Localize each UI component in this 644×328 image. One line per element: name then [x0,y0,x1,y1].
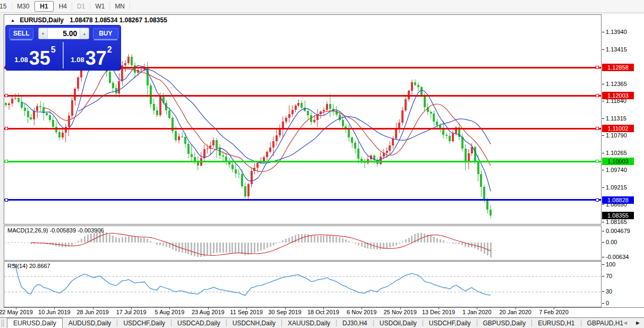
level-line-1.12003[interactable] [4,95,601,97]
timeframe-button-m15[interactable]: M15 [0,1,12,12]
price-axis-tick [602,187,604,188]
date-axis-tick [246,307,247,309]
chart-tab-eurusd-daily[interactable]: EURUSD,Daily [7,318,63,328]
chart-tab-usdoil-daily[interactable]: USDOil,Daily [374,318,423,328]
date-axis-label: 23 Aug 2019 [187,309,229,315]
price-axis-label: 1.09740 [606,167,627,173]
level-line-handle[interactable] [596,198,599,202]
price-tag: 1.08828 [602,196,634,204]
rsi-axis-label: 100 [606,261,615,267]
level-line-handle[interactable] [5,94,8,97]
sell-button[interactable]: SELL [9,28,33,39]
buy-button[interactable]: BUY [93,28,118,39]
level-line-handle[interactable] [596,94,599,97]
volume-spinner: ▼ 5.00 ▲ [38,28,89,39]
date-axis-label: 5 Aug 2019 [148,309,191,315]
date-axis-label: 10 Jun 2019 [33,309,75,315]
tabbar-gripper[interactable] [2,320,4,327]
date-axis-tick [477,307,477,309]
level-line-handle[interactable] [596,127,599,130]
buy-price-sup: 2 [107,45,112,55]
chart-tab-audusd-daily[interactable]: AUDUSD,Daily [63,318,117,328]
chart-tab-usdcnh-daily[interactable]: USDCNH,Daily [227,318,281,328]
price-axis-label: 1.10790 [606,132,627,139]
chart-tab-xauusd-daily[interactable]: XAUUSD,Daily [282,318,336,328]
macd-axis-label: 0.00 [606,239,617,245]
rsi-axis-tick [602,276,604,277]
price-tag: 1.11002 [602,125,634,132]
level-line-1.08828[interactable] [4,199,601,201]
level-line-handle[interactable] [5,198,8,202]
quote-divider [63,42,64,68]
date-axis-tick [400,307,401,309]
one-click-trading-panel: SELL ▼ 5.00 ▲ BUY 1.08355 1.08372 [5,25,121,71]
date-axis-tick [169,307,170,309]
level-line-handle[interactable] [5,160,8,163]
date-axis-label: 7 Feb 2020 [533,309,575,315]
tab-scroll-right-icon[interactable]: ► [635,320,641,326]
price-axis-label: 1.09215 [606,184,627,191]
price-axis-tick [602,135,604,136]
chart-tab-dj30-h4[interactable]: DJ30,H4 [337,318,373,328]
timeframe-button-mn[interactable]: MN [110,1,130,12]
tab-scroll-left-icon[interactable]: ◄ [622,320,628,326]
volume-input[interactable]: 5.00 [48,28,80,39]
moving-average-24 [78,70,491,163]
chart-tab-usdchf-daily[interactable]: USDCHF,Daily [423,318,477,328]
price-tag: 1.12858 [602,64,634,71]
timeframe-button-h1[interactable]: H1 [35,1,53,12]
timeframe-toolbar: M15M30H1H4D1W1MN [0,0,644,13]
chart-tab-usdchf-daily[interactable]: USDCHF,Daily [117,318,171,328]
date-axis-tick [362,307,362,309]
sell-quote-button[interactable]: 1.08355 [8,41,62,70]
date-axis-label: 6 Nov 2019 [340,309,383,315]
date-axis-tick [16,307,16,309]
date-axis-label: 30 Sep 2019 [264,309,306,315]
buy-quote-button[interactable]: 1.08372 [64,41,118,70]
price-axis-tick [602,222,604,222]
toolbar-divider [130,2,130,10]
timeframe-button-d1[interactable]: D1 [72,1,90,12]
rsi-axis-label: 0 [606,300,609,306]
rsi-axis-tick [602,303,604,304]
chart-tabs: EURUSD,DailyAUDUSD,DailyUSDCHF,DailyUSDC… [7,318,629,328]
price-axis-tick [602,101,604,101]
level-line-1.10003[interactable] [4,161,601,162]
date-axis-label: 22 May 2019 [0,309,37,315]
chart-tab-eurusd-h1[interactable]: EURUSD,H1 [532,318,580,328]
level-line-handle[interactable] [596,66,599,69]
sell-price-sup: 5 [51,45,56,55]
date-axis-tick [554,307,554,309]
date-axis-label: 13 Dec 2019 [417,309,460,315]
chart-ohlc-values: 1.08478 1.08534 1.08267 1.08355 [70,16,167,24]
price-axis-label: 1.13940 [606,29,627,35]
collapse-icon[interactable]: ▲ [11,18,15,23]
date-axis-label: 1 Jan 2020 [456,309,498,315]
price-axis-label: 1.11315 [606,115,626,122]
level-line-handle[interactable] [5,127,8,130]
timeframe-button-m30[interactable]: M30 [12,1,34,12]
timeframe-button-h4[interactable]: H4 [54,1,72,12]
date-axis-tick [439,307,439,309]
price-axis-label: 1.08165 [606,219,627,225]
price-axis-tick [602,32,604,32]
level-line-handle[interactable] [596,160,599,163]
chart-title: ▲ EURUSD,Daily 1.08478 1.08534 1.08267 1… [11,16,167,24]
date-axis-tick [323,307,324,309]
price-tag: 1.12003 [602,92,634,99]
price-tag: 1.10003 [602,158,634,165]
volume-increase-icon[interactable]: ▲ [80,28,88,39]
chart-tab-usdcad-daily[interactable]: USDCAD,Daily [171,318,226,328]
date-axis-label: 17 Jul 2019 [110,309,152,315]
date-axis-label: 11 Sep 2019 [225,309,268,315]
macd-axis-tick [602,257,604,257]
volume-decrease-icon[interactable]: ▼ [39,28,47,39]
rsi-indicator-chart[interactable] [4,262,601,307]
chart-tab-gbpusd-daily[interactable]: GBPUSD,Daily [477,318,532,328]
rsi-axis-label: 30 [606,288,612,295]
price-axis-tick [602,170,604,170]
date-axis-label: 20 Jan 2020 [494,309,537,315]
timeframe-button-w1[interactable]: W1 [90,1,109,12]
level-line-1.11002[interactable] [4,128,601,130]
date-axis-tick [131,307,132,309]
